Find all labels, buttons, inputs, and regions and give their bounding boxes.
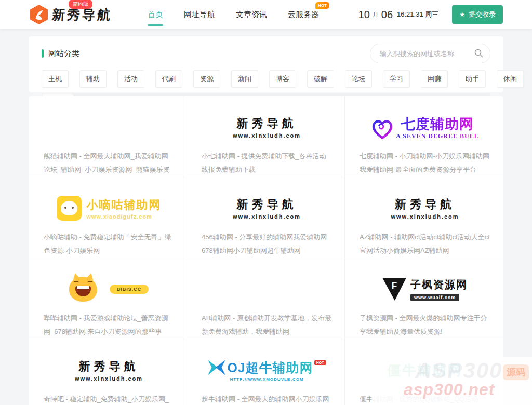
star-icon: ★ [459, 11, 465, 18]
site-card-az[interactable]: 新秀导航 www.xinxiudh.com AZ辅助网 - 辅助网cf活动cf辅… [345, 177, 503, 258]
date-month: 10 [358, 9, 370, 21]
site-description: 熊猫辅助网 - 全网最大辅助网_我爱辅助网论坛_辅助网_小刀娱乐资源网_熊猫娱乐… [44, 150, 174, 177]
logo-version-badge: 简约版 [69, 0, 92, 9]
main-nav: 首页 网址导航 文章资讯 云服务器 HOT [137, 0, 329, 29]
watermark-domain: asp300.net [404, 380, 495, 399]
site-description: 哔哔辅助网 - 我爱游戏辅助论坛_善恶资源网_678辅助网 来自小刀资源网的那些… [44, 312, 174, 339]
site-card-qiteba[interactable]: 新秀导航 www.xinxiudh.com 奇特吧 - 稳定辅助_免费辅助_小刀… [29, 339, 187, 405]
site-logo-empty [44, 107, 174, 147]
nav-articles[interactable]: 文章资讯 [236, 0, 267, 29]
heart-icon [371, 118, 394, 140]
site-card-xiaodigu[interactable]: 小嘀咕辅助网 www.xiaodigufz.com 小嘀咕辅助 - 免费稳定辅助… [29, 177, 187, 258]
title-accent-bar [42, 49, 44, 58]
tag-resource[interactable]: 资源 [193, 70, 220, 88]
search-box [370, 44, 490, 63]
site-description: 小七辅助网 - 提供免费辅助下载_各种活动线报免费辅助下载 [202, 150, 332, 177]
tag-study[interactable]: 学习 [383, 70, 410, 88]
site-description: AZ辅助网 - 辅助网cf活动cf辅助cf活动大全cf官网活动小偷娱乐网AZ辅助… [360, 231, 490, 258]
nav-url-directory[interactable]: 网址导航 [184, 0, 215, 29]
asp300-watermark: ASP300 源码 asp300.net [371, 357, 532, 405]
site-card-xiongmao[interactable]: 熊猫辅助网 - 全网最大辅助网_我爱辅助网论坛_辅助网_小刀娱乐资源网_熊猫娱乐… [29, 96, 187, 177]
hot-badge: HOT [315, 2, 329, 9]
tag-news[interactable]: 新闻 [231, 70, 258, 88]
chaoniu-logo: OJ超牛辅助网 HOT HTTP://WWW.XMODUVLB.COM [207, 359, 326, 382]
tag-activity[interactable]: 活动 [117, 70, 144, 88]
search-icon[interactable] [474, 49, 483, 58]
site-description: 小嘀咕辅助 - 免费稳定辅助「安全无毒」绿色资源-小刀娱乐网 [44, 231, 174, 258]
site-card-ab[interactable]: AB辅助网 - 原创辅助开发教学基地，发布最新免费游戏辅助，我爱辅助网 [187, 258, 345, 339]
xinxiu-logo: 新秀导航 www.xinxiudh.com [75, 359, 143, 382]
logo-hexagon-icon [29, 4, 49, 25]
site-card-xiaoqi[interactable]: 新秀导航 www.xinxiudh.com 小七辅助网 - 提供免费辅助下载_各… [187, 96, 345, 177]
submit-site-button[interactable]: ★ 提交收录 [452, 5, 503, 24]
xinxiu-logo: 新秀导航 www.xinxiudh.com [233, 197, 301, 220]
site-description: AB辅助网 - 原创辅助开发教学基地，发布最新免费游戏辅助，我爱辅助网 [202, 312, 332, 339]
bibi-logo: BIBIS.CC [69, 277, 149, 302]
top-header: 新秀导航 简约版 首页 网址导航 文章资讯 云服务器 HOT 10 月 06 1… [0, 0, 532, 29]
search-input[interactable] [370, 44, 490, 63]
site-logo[interactable]: 新秀导航 简约版 [29, 4, 112, 25]
watermark-source-badge: 源码 [503, 365, 529, 380]
site-card-bibi[interactable]: BIBIS.CC 哔哔辅助网 - 我爱游戏辅助论坛_善恶资源网_678辅助网 来… [29, 258, 187, 339]
site-description: 子枫资源网 - 全网最火爆的辅助网专注于分享我爱辅助及海量优质资源! [360, 312, 490, 339]
panel-title: 网站分类 [42, 49, 79, 59]
zifeng-logo: F 子枫资源网 www.wuaif.com [382, 278, 468, 301]
site-description: 超牛辅助网 - 全网最大的辅助网小刀娱乐网我爱辅助论坛我爱辅助网游戏辅助论坛辅助… [202, 393, 332, 405]
tag-leisure[interactable]: 休闲 [497, 70, 524, 88]
site-description: 456辅助网 - 分享最好的辅助网我爱辅助网678辅助网小刀辅助网超牛辅助网 [202, 231, 332, 258]
xinxiu-logo: 新秀导航 www.xinxiudh.com [233, 116, 301, 139]
date-time: 16:21:31 周三 [397, 10, 438, 19]
tag-crack[interactable]: 破解 [307, 70, 334, 88]
qidu-logo: 七度辅助网 A SEVEN DEGREE BULL [371, 115, 478, 140]
site-card-zifeng[interactable]: F 子枫资源网 www.wuaif.com 子枫资源网 - 全网最火爆的辅助网专… [345, 258, 503, 339]
category-panel: 网站分类 主机 辅助 活动 代刷 资源 新闻 博客 破解 论坛 学习 网赚 助手… [29, 36, 503, 92]
laughing-cat-icon [69, 277, 97, 302]
site-card-qidu[interactable]: 七度辅助网 A SEVEN DEGREE BULL 七度辅助网 - 小刀辅助网-… [345, 96, 503, 177]
site-description: 七度辅助网 - 小刀辅助网-小刀娱乐网辅助网我爱辅助网-最全面的免费资源分享平台 [360, 150, 490, 177]
nav-home[interactable]: 首页 [148, 0, 163, 29]
site-card-456[interactable]: 新秀导航 www.xinxiudh.com 456辅助网 - 分享最好的辅助网我… [187, 177, 345, 258]
tag-assist[interactable]: 辅助 [79, 70, 107, 88]
date-month-unit: 月 [373, 10, 379, 19]
tag-blog[interactable]: 博客 [269, 70, 296, 88]
tag-wangzhuan[interactable]: 网赚 [421, 70, 448, 88]
bibi-domain-badge: BIBIS.CC [110, 285, 149, 294]
xiaodigu-face-icon [57, 196, 82, 221]
site-logo-empty [202, 269, 332, 309]
triangle-f-icon: F [382, 278, 406, 301]
x-arrows-icon [207, 359, 226, 376]
tag-helper[interactable]: 助手 [459, 70, 486, 88]
tag-host[interactable]: 主机 [42, 70, 69, 88]
category-tags: 主机 辅助 活动 代刷 资源 新闻 博客 破解 论坛 学习 网赚 助手 休闲 其… [42, 70, 490, 88]
nav-cloud-server[interactable]: 云服务器 HOT [288, 0, 319, 29]
xinxiu-logo: 新秀导航 www.xinxiudh.com [391, 197, 459, 220]
logo-hot-badge: HOT [314, 360, 326, 365]
date-day: 06 [381, 9, 393, 21]
tag-forum[interactable]: 论坛 [345, 70, 372, 88]
site-card-chaoniu[interactable]: OJ超牛辅助网 HOT HTTP://WWW.XMODUVLB.COM 超牛辅助… [187, 339, 345, 405]
header-right: 10 月 06 16:21:31 周三 ★ 提交收录 [358, 5, 503, 24]
watermark-ghost-text: ASP300 [415, 358, 502, 383]
tag-daishua[interactable]: 代刷 [155, 70, 182, 88]
site-description: 奇特吧 - 稳定辅助_免费辅助_小刀娱乐网_资源分享网 [44, 393, 174, 405]
xiaodigu-logo: 小嘀咕辅助网 www.xiaodigufz.com [57, 196, 162, 221]
